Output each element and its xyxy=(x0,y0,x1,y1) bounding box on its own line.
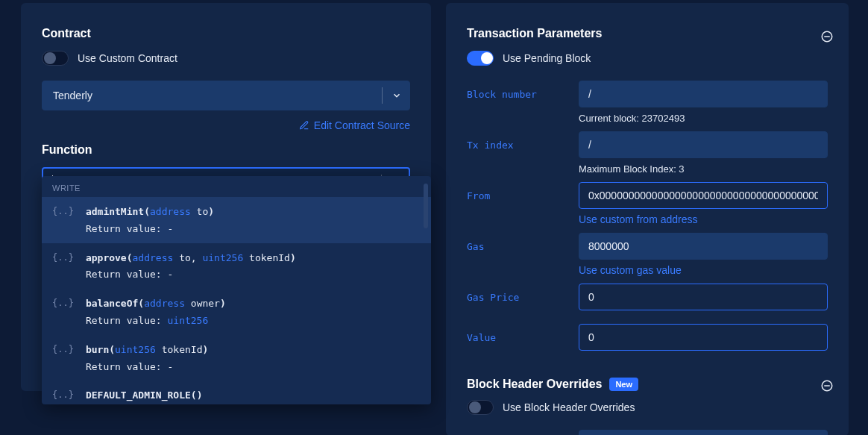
from-row: From xyxy=(467,182,828,209)
current-block-hint: Current block: 23702493 xyxy=(579,113,685,124)
value-label: Value xyxy=(467,332,564,343)
function-return: Return value: - xyxy=(86,267,296,283)
use-pending-block-label: Use Pending Block xyxy=(503,52,591,64)
transaction-parameters-panel: Transaction Parameters Use Pending Block… xyxy=(446,3,849,435)
edit-icon xyxy=(299,120,309,131)
use-bho-row: Use Block Header Overrides xyxy=(467,400,828,415)
max-block-index-hint: Maximum Block Index: 3 xyxy=(579,163,685,175)
function-signature: DEFAULT_ADMIN_ROLE()Return value: bytes3… xyxy=(86,388,208,404)
function-option[interactable]: {..}burn(uint256 tokenId)Return value: - xyxy=(42,335,431,381)
select-divider xyxy=(382,87,383,104)
function-signature: balanceOf(address owner)Return value: ui… xyxy=(86,296,226,329)
gas-row: Gas xyxy=(467,233,828,260)
bho-block-number-row: Block number xyxy=(467,430,828,435)
function-return: Return value: - xyxy=(86,222,214,237)
chevron-down-icon xyxy=(391,90,402,101)
new-badge: New xyxy=(609,378,638,391)
function-group-label: WRITE xyxy=(42,176,431,197)
braces-icon: {..} xyxy=(52,388,74,400)
bho-title: Block Header Overrides xyxy=(467,378,602,391)
function-option[interactable]: {..}admintMint(address to)Return value: … xyxy=(42,197,431,243)
use-custom-contract-label: Use Custom Contract xyxy=(78,52,177,64)
gas-price-label: Gas Price xyxy=(467,292,564,303)
braces-icon: {..} xyxy=(52,296,74,308)
block-number-row: Block number xyxy=(467,81,828,107)
from-input[interactable] xyxy=(579,182,828,209)
bho-block-number-input[interactable] xyxy=(579,430,828,435)
value-row: Value xyxy=(467,324,828,351)
edit-contract-source-label: Edit Contract Source xyxy=(314,119,410,131)
gas-price-row: Gas Price xyxy=(467,284,828,310)
function-option[interactable]: {..}balanceOf(address owner)Return value… xyxy=(42,289,431,335)
from-label: From xyxy=(467,190,564,201)
use-custom-contract-row: Use Custom Contract xyxy=(42,51,410,66)
use-pending-block-toggle[interactable] xyxy=(467,51,494,66)
block-number-label: Block number xyxy=(467,89,564,100)
braces-icon: {..} xyxy=(52,342,74,354)
edit-contract-source-link[interactable]: Edit Contract Source xyxy=(299,119,410,131)
function-return: Return value: - xyxy=(86,360,208,375)
use-custom-from-link[interactable]: Use custom from address xyxy=(579,213,698,225)
gas-input[interactable] xyxy=(579,233,828,260)
use-custom-gas-link[interactable]: Use custom gas value xyxy=(579,264,682,276)
block-number-input[interactable] xyxy=(579,81,828,107)
tx-index-label: Tx index xyxy=(467,140,564,151)
braces-icon: {..} xyxy=(52,204,74,216)
function-signature: burn(uint256 tokenId)Return value: - xyxy=(86,342,208,375)
use-bho-label: Use Block Header Overrides xyxy=(503,401,635,413)
function-return: Return value: uint256 xyxy=(86,313,226,329)
tx-params-title: Transaction Parameters xyxy=(467,27,828,40)
function-dropdown: WRITE {..}admintMint(address to)Return v… xyxy=(42,176,431,404)
function-section-title: Function xyxy=(42,143,410,157)
function-option[interactable]: {..}approve(address to, uint256 tokenId)… xyxy=(42,243,431,290)
edit-contract-source-row: Edit Contract Source xyxy=(42,119,410,131)
function-option[interactable]: {..}DEFAULT_ADMIN_ROLE()Return value: by… xyxy=(42,381,431,404)
tx-index-input[interactable] xyxy=(579,131,828,158)
use-custom-contract-toggle[interactable] xyxy=(42,51,69,66)
gas-price-input[interactable] xyxy=(579,284,828,310)
use-bho-toggle[interactable] xyxy=(467,400,494,415)
gas-label: Gas xyxy=(467,241,564,252)
dropdown-scrollbar[interactable] xyxy=(424,184,428,397)
use-pending-block-row: Use Pending Block xyxy=(467,51,828,66)
contract-function-panel: Contract Use Custom Contract Tenderly Ed… xyxy=(21,3,431,391)
block-header-overrides-header: Block Header Overrides New xyxy=(467,378,828,391)
value-input[interactable] xyxy=(579,324,828,351)
contract-select[interactable]: Tenderly xyxy=(42,81,410,110)
tx-index-row: Tx index xyxy=(467,131,828,158)
contract-select-value: Tenderly xyxy=(53,90,92,101)
contract-section-title: Contract xyxy=(42,27,410,40)
function-signature: approve(address to, uint256 tokenId)Retu… xyxy=(86,251,296,284)
function-signature: admintMint(address to)Return value: - xyxy=(86,204,214,237)
collapse-icon[interactable] xyxy=(820,379,834,392)
collapse-icon[interactable] xyxy=(820,30,834,43)
braces-icon: {..} xyxy=(52,251,74,263)
